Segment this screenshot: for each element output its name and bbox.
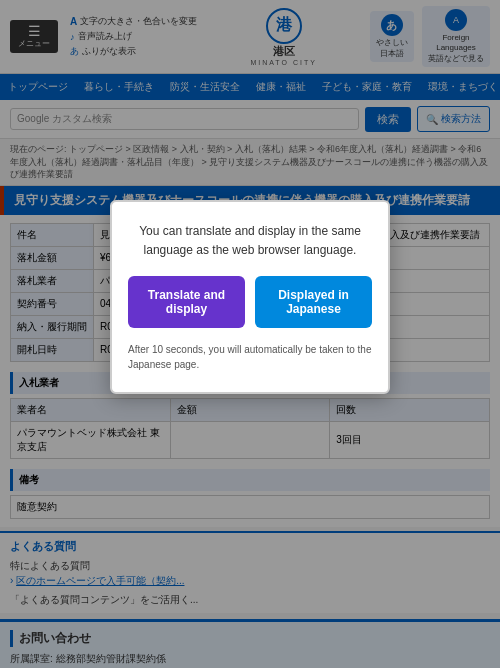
japanese-button[interactable]: Displayed inJapanese (255, 276, 372, 328)
translate-button[interactable]: Translate anddisplay (128, 276, 245, 328)
modal-buttons: Translate anddisplay Displayed inJapanes… (128, 276, 372, 328)
modal-text: You can translate and display in the sam… (128, 222, 372, 260)
modal: You can translate and display in the sam… (110, 200, 390, 394)
modal-note: After 10 seconds, you will automatically… (128, 342, 372, 372)
